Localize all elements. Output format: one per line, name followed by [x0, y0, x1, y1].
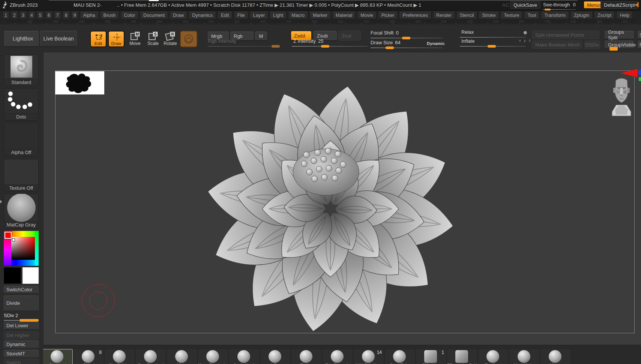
group-visible-button[interactable]: GroupVisible	[605, 40, 634, 49]
tray-brush-item[interactable]: 8 Chisel	[73, 349, 104, 364]
menu-item[interactable]: Movie	[357, 12, 376, 19]
tray-brush-item[interactable]: TrimDynamic	[322, 349, 353, 364]
scale-mode-button[interactable]: S Scale	[145, 31, 161, 47]
menu-item[interactable]: 5	[37, 12, 44, 19]
draw-mode-button[interactable]: Draw	[108, 31, 125, 47]
focal-shift-handle[interactable]	[402, 37, 410, 39]
menu-item[interactable]: Stroke	[479, 12, 499, 19]
dynamic-subdiv-button[interactable]: Dynamic	[4, 340, 39, 348]
make-boolean-mesh-button[interactable]: Make Boolean Mesh	[532, 40, 582, 49]
current-alpha-button[interactable]: Alpha Off	[4, 122, 39, 156]
sculpt-viewport[interactable]	[43, 52, 641, 345]
lightbox-button[interactable]: LightBox	[4, 31, 39, 46]
collapse-arrow-icon[interactable]: ◀▍	[634, 2, 641, 7]
move-mode-button[interactable]: M Move	[127, 31, 143, 47]
edit-mode-button[interactable]: Edit	[90, 31, 107, 47]
switch-color-button[interactable]: SwitchColor	[4, 286, 39, 294]
menu-item[interactable]: 2	[11, 12, 18, 19]
menu-item[interactable]: File	[234, 12, 248, 19]
menu-item[interactable]: 4	[28, 12, 35, 19]
menu-item[interactable]: 3	[20, 12, 27, 19]
z-intensity-slider[interactable]: Z Intensity25	[292, 38, 368, 48]
menu-item[interactable]: Light	[270, 12, 287, 19]
menu-item[interactable]: Edit	[218, 12, 233, 19]
tray-brush-item[interactable]: 14 IMM Primitives	[353, 349, 384, 364]
camera-head-gizmo[interactable]	[610, 76, 633, 118]
menu-item[interactable]: Marker	[309, 12, 331, 19]
menu-item[interactable]: Texture	[500, 12, 522, 19]
menu-item[interactable]: Layer	[250, 12, 268, 19]
tray-brush-item[interactable]: ZRemesherGuide	[447, 349, 477, 364]
tray-brush-item[interactable]: Standard	[43, 349, 73, 364]
secondary-color-swatch-white[interactable]	[23, 267, 39, 284]
menu-item[interactable]: Document	[140, 12, 168, 19]
quicksave-button[interactable]: QuickSave	[510, 1, 540, 9]
tray-brush-item[interactable]: Morph	[540, 349, 571, 364]
groups-split-button[interactable]: Groups Split	[605, 31, 634, 39]
current-brush-button[interactable]: Standard	[4, 54, 39, 86]
xyz-axis-label[interactable]: x y z	[519, 39, 532, 42]
inflate-slider[interactable]: Inflate	[460, 38, 526, 48]
focal-shift-slider[interactable]: Focal Shift0	[371, 30, 443, 40]
relax-slider[interactable]: Relax	[460, 29, 526, 39]
see-through-slider[interactable]: See-through0	[543, 2, 576, 7]
menu-item[interactable]: Zplugin	[570, 12, 593, 19]
z-axis-dot-icon[interactable]	[638, 70, 641, 76]
dynamic-mode-toggle[interactable]: Dynamic	[427, 41, 445, 46]
menu-item[interactable]: 7	[54, 12, 61, 19]
tray-brush-item[interactable]: Topology	[478, 349, 509, 364]
tray-brush-item[interactable]: CurveTube	[384, 349, 415, 364]
menu-item[interactable]: Render	[433, 12, 455, 19]
hue-strip-right[interactable]	[35, 231, 39, 266]
tray-divider-hatch[interactable]	[0, 52, 3, 364]
split-unmasked-points-button[interactable]: Split Unmasked Points	[532, 31, 599, 39]
menu-item[interactable]: Help	[616, 12, 633, 19]
color-picker[interactable]	[4, 231, 39, 266]
tray-brush-item[interactable]: DamStandard	[135, 349, 166, 364]
tray-collapse-arrow[interactable]	[0, 200, 2, 204]
menu-item[interactable]: Zscript	[594, 12, 615, 19]
lotus-relief-model[interactable]	[154, 73, 507, 336]
tray-brush-item[interactable]: 1 ZModeler	[416, 349, 446, 364]
inflate-handle[interactable]	[488, 45, 496, 48]
tray-brush-item[interactable]: MeshMaker	[509, 349, 540, 364]
tray-brush-item[interactable]: Inflat	[260, 349, 291, 364]
menu-item[interactable]: Color	[120, 12, 138, 19]
menu-item[interactable]: Dynamics	[189, 12, 216, 19]
menu-item[interactable]: Macro	[288, 12, 308, 19]
divide-button[interactable]: Divide	[4, 295, 39, 311]
menu-item[interactable]: 6	[45, 12, 53, 19]
current-material-button[interactable]: MatCap Gray	[4, 193, 39, 229]
store-mt-button[interactable]: StoreMT	[4, 350, 39, 358]
menu-item[interactable]: Picker	[378, 12, 398, 19]
tray-brush-item[interactable]: SnakeHook	[229, 349, 260, 364]
clipped-button-top[interactable]: S	[638, 31, 641, 39]
menu-item[interactable]: Tool	[524, 12, 539, 19]
rgb-intensity-handle[interactable]	[272, 45, 280, 48]
menu-item[interactable]: Preferences	[399, 12, 431, 19]
current-stroke-button[interactable]: Dots	[4, 88, 39, 121]
menu-item[interactable]: Material	[332, 12, 356, 19]
tray-brush-item[interactable]: Move Topological	[198, 349, 228, 364]
sdiv-handle[interactable]	[20, 319, 39, 322]
menu-item[interactable]: Stencil	[456, 12, 477, 19]
menu-item[interactable]: 8	[63, 12, 70, 19]
z-intensity-handle[interactable]	[321, 45, 329, 48]
rgb-intensity-slider[interactable]: Rgb Intensity	[208, 38, 280, 48]
menu-item[interactable]: Draw	[170, 12, 187, 19]
switch-button[interactable]: Switch	[4, 359, 39, 364]
default-zscript-button[interactable]: DefaultZScript	[600, 1, 638, 9]
del-higher-button[interactable]: Del Higher	[4, 331, 39, 339]
tray-brush-item[interactable]: Move	[167, 349, 197, 364]
menu-item[interactable]: Transform	[541, 12, 569, 19]
clipped-button-bottom[interactable]: M	[638, 40, 641, 49]
menu-item[interactable]: Brush	[100, 12, 119, 19]
sdiv-slider[interactable]: SDiv 2	[4, 313, 39, 322]
main-color-swatch-black[interactable]	[4, 267, 21, 284]
menu-item[interactable]: Alpha	[80, 12, 99, 19]
tray-brush-item[interactable]: ClayBuildup	[104, 349, 135, 364]
del-lower-button[interactable]: Del Lower	[4, 322, 39, 330]
y-axis-dot-icon[interactable]	[639, 77, 641, 81]
draw-size-handle[interactable]	[386, 46, 394, 49]
rotate-mode-button[interactable]: R Rotate	[162, 31, 179, 47]
